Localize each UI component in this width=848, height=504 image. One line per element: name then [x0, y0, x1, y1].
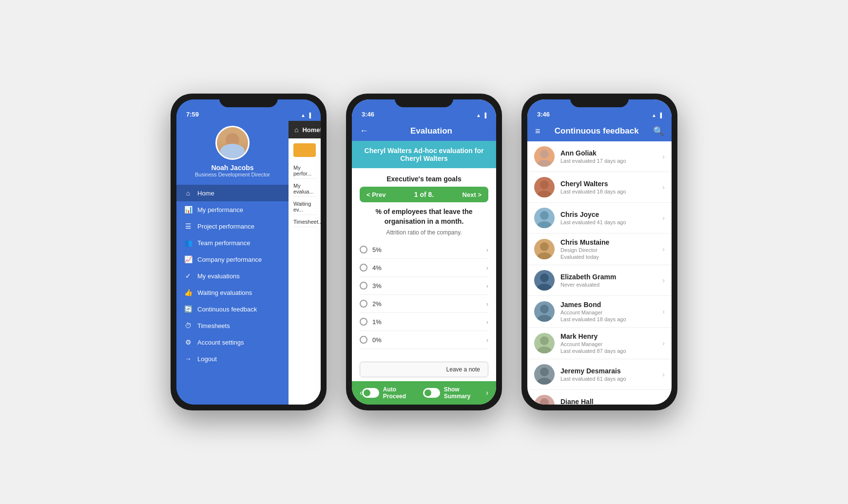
contact-name: James Bond: [560, 301, 662, 309]
list-item[interactable]: Elizabeth Gramm Never evaluated ›: [527, 265, 672, 296]
contact-name: Chris Joyce: [560, 211, 662, 218]
chevron-right-icon-4: ›: [486, 300, 488, 308]
nav-my-evaluations[interactable]: ✓ My evaluations: [176, 268, 289, 284]
list-icon: ☰: [184, 222, 193, 230]
prev-button[interactable]: < Prev: [366, 191, 385, 198]
list-item[interactable]: Chris Mustaine Design Director Evaluated…: [527, 233, 672, 265]
nav-home[interactable]: ⌂ Home: [176, 185, 289, 201]
svg-point-10: [540, 305, 549, 313]
list-item[interactable]: Jeremy Desmarais Last evaluated 61 days …: [527, 359, 672, 390]
nav-logout-label: Logout: [197, 355, 217, 363]
eval-footer: ‹ Auto Proceed Show Summary ›: [352, 381, 496, 405]
svg-point-5: [537, 221, 552, 228]
contact-info-chris-joyce: Chris Joyce Last evaluated 41 days ago: [560, 211, 662, 225]
main-body-1: My perfor... My evalua... Waiting ev... …: [289, 138, 321, 405]
avatar-elizabeth-gramm: [534, 270, 555, 291]
nav-team-performance[interactable]: 👥 Team performance: [176, 234, 289, 251]
chevron-right-icon: ›: [662, 401, 665, 405]
chevron-right-icon-2: ›: [486, 264, 488, 271]
user-name: Noah Jacobs: [211, 164, 253, 172]
chevron-right-icon: ›: [662, 276, 665, 284]
contact-name: Ann Goliak: [560, 149, 662, 157]
wifi-icon: ▲: [301, 113, 306, 118]
next-button[interactable]: Next >: [463, 191, 482, 198]
phone-2: 3:46 ▲ ▐ ← Evaluation Cheryl Walters Ad-…: [346, 94, 502, 410]
search-icon[interactable]: 🔍: [653, 126, 664, 136]
phone-1: 7:59 ▲ ▐ Noah Jacobs Business Developmen…: [171, 94, 327, 410]
status-icons-1: ▲ ▐: [301, 113, 311, 118]
avatar-mark-henry: [534, 333, 555, 353]
eval-subtitle: Cheryl Walters Ad-hoc evaluation for Che…: [352, 141, 496, 168]
contact-sub: Never evaluated: [560, 282, 662, 288]
show-summary-label: Show Summary: [444, 386, 486, 400]
contact-name: Chris Mustaine: [560, 238, 662, 246]
nav-waiting-evaluations[interactable]: 👍 Waiting evaluations: [176, 284, 289, 301]
contact-name: Diane Hall: [560, 398, 662, 405]
leave-note-button[interactable]: Leave a note: [360, 362, 488, 377]
avatar-james-bond: [534, 301, 555, 322]
footer-next-arrow[interactable]: ›: [486, 388, 488, 397]
option-0pct[interactable]: 0% ›: [360, 331, 488, 349]
option-5pct[interactable]: 5% ›: [360, 241, 488, 259]
back-button[interactable]: ←: [360, 126, 368, 136]
list-item[interactable]: James Bond Account Manager Last evaluate…: [527, 296, 672, 328]
option-3pct[interactable]: 3% ›: [360, 277, 488, 295]
avatar-diane-hall: [534, 395, 555, 405]
auto-proceed-toggle[interactable]: [362, 388, 379, 398]
cf-title: Continuous feedback: [555, 126, 639, 136]
nav-my-performance[interactable]: 📊 My performance: [176, 201, 289, 218]
radio-3pct: [360, 282, 367, 290]
nav-project-performance[interactable]: ☰ Project performance: [176, 218, 289, 234]
nav-account-settings[interactable]: ⚙ Account settings: [176, 334, 289, 350]
list-item[interactable]: Diane Hall Last evaluated 87 days ago ›: [527, 390, 672, 405]
radio-1pct: [360, 318, 367, 326]
chevron-right-icon: ›: [662, 214, 665, 222]
list-item[interactable]: Cheryl Walters Last evaluated 18 days ag…: [527, 172, 672, 203]
show-summary-toggle[interactable]: [423, 388, 440, 398]
auto-proceed-label: Auto Proceed: [383, 386, 420, 400]
avatar: [215, 126, 250, 160]
radio-0pct: [360, 336, 367, 344]
eval-body: Executive's team goals < Prev 1 of 8. Ne…: [352, 168, 496, 405]
nav-company-performance[interactable]: 📈 Company performance: [176, 251, 289, 268]
gear-icon: ⚙: [184, 338, 193, 346]
list-item[interactable]: Ann Goliak Last evaluated 17 days ago ›: [527, 141, 672, 172]
contact-sub: Last evaluated 18 days ago: [560, 316, 662, 322]
eval-options: 5% › 4% › 3% ›: [352, 241, 496, 358]
svg-point-14: [540, 368, 549, 376]
option-4pct[interactable]: 4% ›: [360, 259, 488, 277]
time-2: 3:46: [362, 111, 374, 118]
contact-info-cheryl-walters: Cheryl Walters Last evaluated 18 days ag…: [560, 180, 662, 194]
list-item[interactable]: Mark Henry Account Manager Last evaluate…: [527, 328, 672, 359]
list-item[interactable]: Chris Joyce Last evaluated 41 days ago ›: [527, 203, 672, 233]
contact-sub: Last evaluated 18 days ago: [560, 189, 662, 194]
contact-role: Design Director: [560, 247, 662, 253]
option-1pct[interactable]: 1% ›: [360, 313, 488, 331]
svg-point-1: [537, 160, 552, 167]
contact-info-diane-hall: Diane Hall Last evaluated 87 days ago: [560, 398, 662, 405]
battery-icon-3: ▐: [658, 113, 662, 118]
option-2pct[interactable]: 2% ›: [360, 295, 488, 313]
time-1: 7:59: [186, 111, 199, 118]
main-header-title: Home: [302, 126, 320, 134]
nav-timesheets-label: Timesheets: [197, 322, 230, 330]
contact-sub: Evaluated today: [560, 254, 662, 260]
nav-timesheets[interactable]: ⏱ Timesheets: [176, 317, 289, 334]
contact-info-chris-mustaine: Chris Mustaine Design Director Evaluated…: [560, 238, 662, 260]
nav-home-label: Home: [197, 190, 214, 197]
team-icon: 👥: [184, 239, 193, 247]
svg-point-7: [537, 252, 552, 259]
nav-continuous-feedback[interactable]: 🔄 Continuous feedback: [176, 301, 289, 317]
battery-icon: ▐: [308, 113, 311, 118]
radio-5pct: [360, 246, 367, 253]
section-my-performance: My perfor...: [293, 163, 316, 179]
trend-icon: 📈: [184, 255, 193, 263]
menu-icon[interactable]: ≡: [535, 126, 540, 136]
eval-section-title: Executive's team goals: [352, 168, 496, 187]
main-content-1: ⌂ Home Busi... My perfor... My evalua...…: [289, 121, 321, 405]
avatar-chris-joyce: [534, 208, 555, 228]
chevron-right-icon-3: ›: [486, 282, 488, 290]
time-3: 3:46: [537, 111, 550, 118]
nav-logout[interactable]: → Logout: [176, 350, 289, 367]
contact-name: Elizabeth Gramm: [560, 273, 662, 281]
